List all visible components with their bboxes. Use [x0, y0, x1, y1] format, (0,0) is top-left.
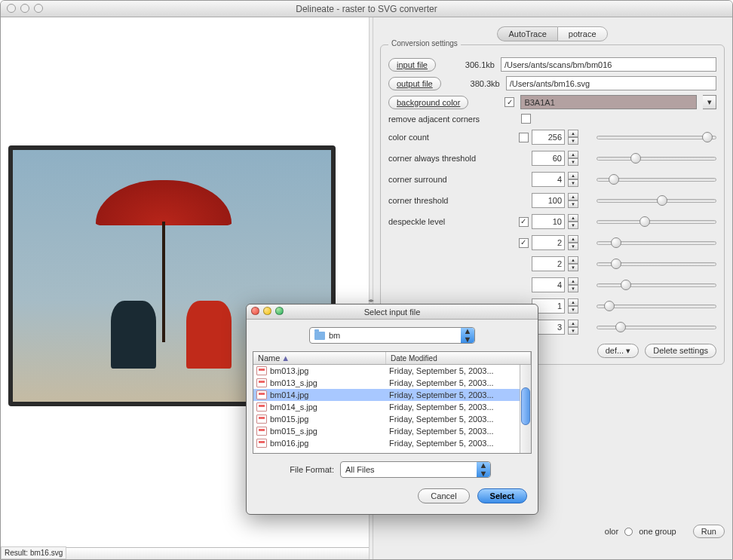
param-slider[interactable] [597, 130, 716, 145]
param-slider[interactable] [597, 235, 716, 250]
param-stepper[interactable]: ▲▼ [568, 256, 578, 271]
step-down-icon[interactable]: ▼ [568, 158, 578, 166]
slider-thumb[interactable] [702, 132, 713, 142]
param-checkbox[interactable]: ✓ [519, 217, 529, 227]
remove-adjacent-checkbox[interactable] [521, 114, 531, 124]
file-row[interactable]: bm013.jpgFriday, September 5, 2003... [253, 365, 531, 377]
select-button[interactable]: Select [477, 488, 527, 503]
input-file-field[interactable] [501, 57, 716, 72]
run-button[interactable]: Run [693, 525, 725, 538]
param-stepper[interactable]: ▲▼ [568, 193, 578, 208]
slider-thumb[interactable] [609, 174, 619, 185]
tab-potrace[interactable]: potrace [557, 26, 608, 41]
param-slider[interactable] [597, 214, 716, 229]
param-stepper[interactable]: ▲▼ [568, 214, 578, 229]
file-list-scrollbar[interactable] [520, 365, 531, 453]
param-value-field[interactable]: 60 [532, 151, 565, 166]
dialog-close-icon[interactable] [251, 307, 259, 315]
slider-thumb[interactable] [621, 280, 631, 290]
param-checkbox[interactable] [519, 133, 529, 142]
step-down-icon[interactable]: ▼ [568, 306, 578, 314]
one-group-radio[interactable] [624, 528, 633, 536]
step-up-icon[interactable]: ▲ [568, 298, 578, 306]
step-up-icon[interactable]: ▲ [568, 320, 578, 327]
defaults-button[interactable]: def... ▾ [597, 344, 639, 358]
param-value-field[interactable]: 4 [532, 277, 565, 292]
step-down-icon[interactable]: ▼ [568, 285, 578, 292]
step-up-icon[interactable]: ▲ [568, 277, 578, 285]
step-down-icon[interactable]: ▼ [568, 200, 578, 208]
step-up-icon[interactable]: ▲ [568, 172, 578, 179]
param-checkbox[interactable]: ✓ [519, 238, 529, 248]
param-stepper[interactable]: ▲▼ [568, 172, 578, 187]
split-handle-icon[interactable]: ◂▸ [370, 296, 373, 304]
param-slider[interactable] [597, 320, 716, 335]
step-down-icon[interactable]: ▼ [568, 179, 578, 187]
param-stepper[interactable]: ▲▼ [568, 151, 578, 166]
slider-thumb[interactable] [604, 301, 615, 311]
dialog-minimize-icon[interactable] [263, 307, 271, 315]
background-color-button[interactable]: background color [388, 96, 468, 109]
step-down-icon[interactable]: ▼ [568, 222, 578, 229]
step-up-icon[interactable]: ▲ [568, 214, 578, 222]
step-up-icon[interactable]: ▲ [568, 151, 578, 158]
param-slider[interactable] [597, 151, 716, 166]
file-row[interactable]: bm016.jpgFriday, September 5, 2003... [253, 437, 531, 449]
param-stepper[interactable]: ▲▼ [568, 130, 578, 145]
param-stepper[interactable]: ▲▼ [568, 298, 578, 314]
minimize-window-icon[interactable] [20, 4, 29, 13]
param-value-field[interactable]: 10 [532, 214, 565, 229]
param-value-field[interactable]: 2 [532, 235, 565, 250]
file-row[interactable]: bm014_s.jpgFriday, September 5, 2003... [253, 401, 531, 413]
param-value-field[interactable]: 256 [532, 130, 565, 145]
step-down-icon[interactable]: ▼ [568, 243, 578, 250]
step-down-icon[interactable]: ▼ [568, 264, 578, 271]
input-file-button[interactable]: input file [388, 58, 436, 72]
scrollbar-thumb[interactable] [521, 387, 530, 425]
tab-autotrace[interactable]: AutoTrace [497, 26, 557, 41]
dialog-zoom-icon[interactable] [275, 307, 284, 315]
step-up-icon[interactable]: ▲ [568, 256, 578, 264]
slider-thumb[interactable] [639, 216, 650, 227]
param-slider[interactable] [597, 172, 716, 187]
param-value-field[interactable]: 4 [532, 172, 565, 187]
param-stepper[interactable]: ▲▼ [568, 320, 578, 335]
file-row[interactable]: bm015.jpgFriday, September 5, 2003... [253, 413, 531, 425]
cancel-button[interactable]: Cancel [418, 488, 469, 503]
param-slider[interactable] [597, 256, 716, 271]
slider-thumb[interactable] [630, 153, 641, 164]
param-value-field[interactable]: 2 [532, 256, 565, 271]
file-row[interactable]: bm015_s.jpgFriday, September 5, 2003... [253, 425, 531, 437]
step-down-icon[interactable]: ▼ [568, 137, 578, 145]
param-value-field[interactable]: 100 [532, 193, 565, 208]
param-slider[interactable] [597, 277, 716, 292]
slider-thumb[interactable] [657, 195, 667, 206]
output-file-button[interactable]: output file [388, 77, 441, 90]
param-stepper[interactable]: ▲▼ [568, 277, 578, 292]
step-up-icon[interactable]: ▲ [568, 235, 578, 243]
file-format-dropdown[interactable]: All Files ▲▼ [340, 461, 491, 478]
folder-dropdown[interactable]: bm ▲▼ [309, 327, 475, 344]
param-stepper[interactable]: ▲▼ [568, 235, 578, 250]
column-date-header[interactable]: Date Modified [386, 352, 531, 364]
background-color-checkbox[interactable]: ✓ [505, 97, 514, 107]
background-dropdown-icon[interactable]: ▾ [703, 95, 716, 109]
sort-asc-icon: ▲ [281, 353, 290, 363]
slider-thumb[interactable] [611, 259, 621, 269]
step-up-icon[interactable]: ▲ [568, 193, 578, 200]
param-row: corner threshold100▲▼ [388, 193, 716, 208]
step-down-icon[interactable]: ▼ [568, 327, 578, 335]
slider-thumb[interactable] [615, 322, 626, 332]
slider-thumb[interactable] [611, 237, 621, 248]
output-file-field[interactable] [506, 76, 716, 90]
param-slider[interactable] [597, 298, 716, 314]
delete-settings-button[interactable]: Delete settings [645, 344, 716, 358]
step-up-icon[interactable]: ▲ [568, 130, 578, 137]
close-window-icon[interactable] [7, 4, 16, 13]
column-name-header[interactable]: Name ▲ [253, 352, 386, 364]
file-row[interactable]: bm014.jpgFriday, September 5, 2003... [253, 389, 531, 401]
file-row[interactable]: bm013_s.jpgFriday, September 5, 2003... [253, 377, 531, 389]
zoom-window-icon[interactable] [34, 4, 43, 13]
param-slider[interactable] [597, 193, 716, 208]
background-color-swatch[interactable]: B3A1A1 [520, 95, 697, 109]
